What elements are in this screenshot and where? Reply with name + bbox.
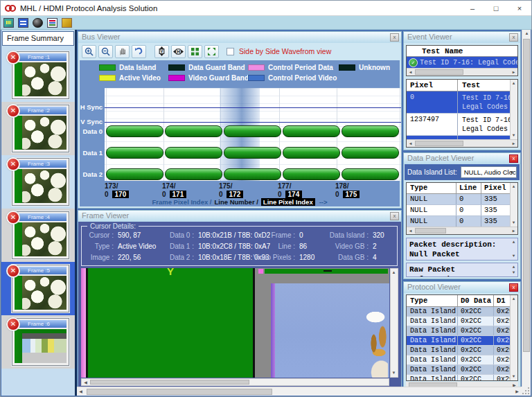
maximize-button[interactable]: □ bbox=[484, 1, 508, 15]
raw-packet-scrollbar[interactable]: ▲ ▼ bbox=[510, 263, 517, 276]
fit-vertical-icon[interactable]: V bbox=[154, 45, 169, 58]
axis-tick: 173/ 0170 bbox=[105, 182, 154, 198]
pixel-test-row[interactable]: 0 Test ID 7-16: Legal Codes bbox=[407, 91, 517, 114]
frame-view-horizontal-scrollbar[interactable]: ◀ bbox=[81, 378, 389, 386]
frame-thumbnail-item[interactable]: Frame :1 bbox=[1, 48, 75, 102]
scroll-up-icon[interactable]: ▲ bbox=[390, 269, 398, 276]
titlebar: MHL / HDMI Protocol Analysis Solution – … bbox=[1, 1, 531, 16]
data2-segment[interactable] bbox=[283, 168, 340, 180]
resize-grip[interactable] bbox=[521, 387, 531, 396]
scroll-down-icon[interactable]: ▼ bbox=[390, 369, 398, 377]
pan-hand-icon[interactable] bbox=[115, 45, 130, 58]
data2-segment[interactable] bbox=[342, 168, 399, 180]
data0-segment[interactable] bbox=[165, 125, 222, 137]
legend-swatch bbox=[168, 64, 185, 71]
fit-horizontal-icon[interactable]: H bbox=[171, 45, 186, 58]
packet-table-hscrollbar[interactable]: ◀ ▶ bbox=[407, 227, 517, 234]
main-vertical-scrollbar[interactable]: ▲ ▼ bbox=[522, 30, 531, 396]
description-scrollbar[interactable]: ▲ ▼ bbox=[510, 238, 517, 260]
data0-segment[interactable] bbox=[106, 125, 163, 137]
data2-segment[interactable] bbox=[106, 168, 163, 180]
data1-segment[interactable] bbox=[283, 147, 340, 159]
data1-segment[interactable] bbox=[224, 147, 281, 159]
zoom-in-icon[interactable] bbox=[82, 45, 96, 58]
frame-thumbnail-item[interactable]: Frame :2 bbox=[1, 102, 75, 155]
event-viewer-panel: Event Viewer x Test Name ✓ Test ID 7-16:… bbox=[403, 31, 521, 150]
main-horizontal-scrollbar[interactable]: ◀ ▶ bbox=[77, 387, 521, 396]
frame-error-icon bbox=[6, 211, 20, 224]
scrollbar-thumb[interactable] bbox=[90, 380, 249, 385]
data0-segment[interactable] bbox=[283, 125, 340, 137]
pixel-table-hscrollbar[interactable]: ◀ ▶ bbox=[407, 139, 517, 147]
frame-thumbnail: Frame :5 bbox=[12, 265, 69, 312]
pixel-test-row[interactable]: 1237497 Test ID 7-16: Legal Codes bbox=[407, 114, 517, 136]
guard-band-marker bbox=[258, 269, 263, 274]
protocol-row[interactable]: Data Island0x2CC0x29 bbox=[407, 307, 517, 317]
data-packet-viewer-close-icon[interactable]: x bbox=[509, 155, 518, 163]
protocol-row[interactable]: Data Island0x2CC0x29 bbox=[407, 326, 517, 336]
legend-swatch bbox=[168, 75, 185, 81]
frame-thumbnail-item[interactable]: Frame :5 bbox=[1, 262, 75, 315]
scroll-left-icon[interactable]: ◀ bbox=[82, 379, 89, 387]
close-button[interactable]: × bbox=[508, 1, 531, 15]
scrollbar-thumb[interactable] bbox=[87, 389, 272, 395]
packet-row[interactable]: NULL0335 bbox=[407, 216, 517, 227]
scroll-up-icon[interactable]: ▲ bbox=[523, 30, 531, 37]
data2-segment[interactable] bbox=[224, 168, 281, 180]
scrollbar-thumb[interactable] bbox=[523, 39, 530, 352]
test-name-row[interactable]: ✓ Test ID 7-16: Legal Codes bbox=[407, 57, 517, 69]
data2-segment[interactable] bbox=[165, 168, 222, 180]
control-period-region bbox=[81, 268, 86, 378]
protocol-row[interactable]: Data Island0x2CC0x29 bbox=[407, 336, 517, 346]
vsync-trace bbox=[105, 122, 401, 123]
bus-viewer-toolbar: V H Side by Side Wavefrom view bbox=[78, 43, 401, 60]
bus-viewer-close-icon[interactable]: x bbox=[390, 33, 399, 42]
protocol-row[interactable]: Data Island0x2CC0x29 bbox=[407, 317, 517, 326]
chevron-down-icon: ▼ bbox=[508, 168, 515, 177]
data0-segment[interactable] bbox=[342, 125, 399, 137]
protocol-table-vscrollbar[interactable]: ▲ ▼ bbox=[510, 295, 517, 380]
data0-segment[interactable] bbox=[224, 125, 281, 137]
packet-row[interactable]: NULL0335 bbox=[407, 205, 517, 216]
event-viewer-close-icon[interactable]: x bbox=[509, 33, 518, 42]
protocol-row[interactable]: Data Island0x2CC0x29 bbox=[407, 375, 517, 381]
frame-view-vertical-scrollbar[interactable]: ▲ ▼ bbox=[390, 268, 398, 378]
frame-thumbnail-item[interactable]: Frame :3 bbox=[1, 155, 75, 209]
scroll-left-icon[interactable]: ◀ bbox=[77, 388, 85, 396]
frame-thumbnail-item[interactable]: Frame :6 bbox=[1, 315, 75, 369]
protocol-row[interactable]: Data Island0x2CC0x29 bbox=[407, 355, 517, 365]
frame-label: Frame :5 bbox=[19, 267, 66, 274]
tools-icon[interactable] bbox=[62, 18, 72, 28]
frame-summary-tab[interactable]: Frame Summary bbox=[2, 31, 74, 46]
packet-table-vscrollbar[interactable]: ▲ ▼ bbox=[510, 183, 517, 227]
test-name-table: Test Name ✓ Test ID 7-16: Legal Codes ◀ … bbox=[406, 45, 518, 76]
expand-view-icon[interactable] bbox=[204, 45, 219, 58]
capture-icon[interactable] bbox=[33, 18, 43, 28]
bus-viewer-title: Bus Viewer x bbox=[78, 32, 401, 43]
pixel-table-vscrollbar[interactable]: ▲ ▼ bbox=[510, 80, 517, 139]
protocol-row[interactable]: Data Island0x2CC0x29 bbox=[407, 346, 517, 355]
legend-item: Control Period Video bbox=[248, 74, 337, 82]
minimize-button[interactable]: – bbox=[461, 1, 484, 15]
waveform-plot[interactable] bbox=[105, 88, 401, 181]
data1-segment[interactable] bbox=[165, 147, 222, 159]
workspace-layout-icon[interactable] bbox=[3, 18, 14, 28]
test-table-hscrollbar[interactable]: ◀ ▶ bbox=[407, 68, 517, 76]
data1-segment[interactable] bbox=[342, 147, 399, 159]
scroll-right-icon[interactable]: ▶ bbox=[513, 388, 521, 396]
frame-viewer-close-icon[interactable]: x bbox=[390, 212, 399, 220]
undo-icon[interactable] bbox=[132, 45, 146, 58]
frame-thumbnail-item[interactable]: Frame :4 bbox=[1, 209, 75, 262]
frame-pixel-view[interactable]: Y bbox=[81, 268, 389, 378]
cursor-detail-field: Frame :0 bbox=[251, 231, 314, 242]
zoom-out-icon[interactable] bbox=[98, 45, 113, 58]
side-by-side-checkbox[interactable] bbox=[227, 48, 234, 55]
protocol-row[interactable]: Data Island0x2CC0x29 bbox=[407, 365, 517, 375]
report-icon[interactable] bbox=[47, 18, 57, 28]
packet-row[interactable]: NULL0335 bbox=[407, 194, 517, 205]
data-island-list-dropdown[interactable]: NULL, Audio Clock ▼ bbox=[461, 166, 517, 178]
protocol-viewer-close-icon[interactable]: x bbox=[509, 283, 518, 292]
data1-segment[interactable] bbox=[106, 147, 163, 159]
binary-view-icon[interactable] bbox=[18, 18, 28, 28]
tile-view-icon[interactable] bbox=[188, 45, 202, 58]
